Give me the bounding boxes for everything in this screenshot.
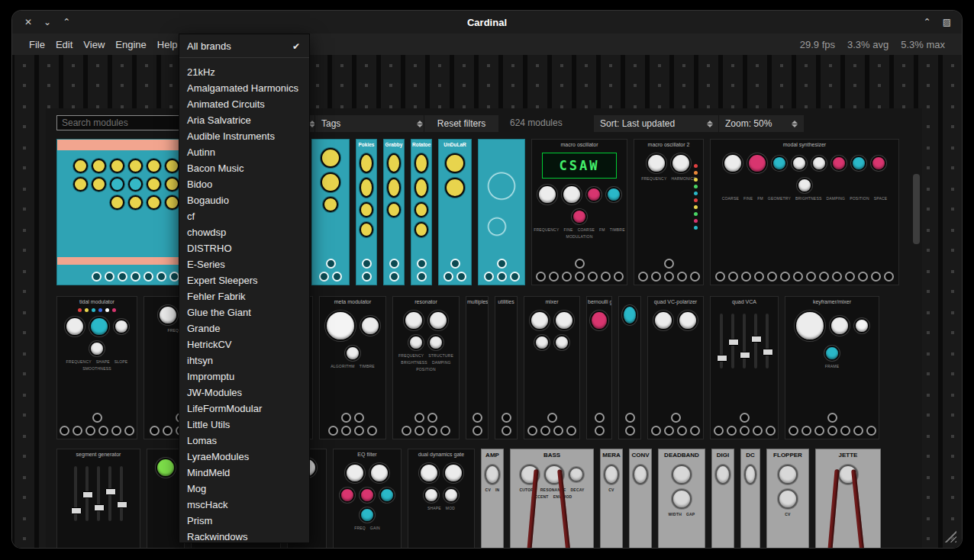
expand-icon[interactable]: ⌃: [924, 18, 931, 27]
module-mixer[interactable]: mixer: [524, 296, 580, 439]
module-title: DC: [741, 449, 760, 460]
brand-item-bidoo[interactable]: Bidoo: [179, 176, 309, 192]
brand-item-glue-the-giant[interactable]: Glue the Giant: [179, 304, 309, 320]
brand-item-mog[interactable]: Mog: [179, 481, 309, 497]
slider-thumb-icon: [105, 488, 116, 495]
module-jette[interactable]: JETTE: [815, 449, 881, 548]
brand-item-ihtsyn[interactable]: ihtsyn: [179, 352, 309, 369]
brand-item-fehler-fabrik[interactable]: Fehler Fabrik: [179, 288, 309, 304]
search-input[interactable]: [56, 115, 180, 130]
tags-filter-select[interactable]: Tags: [314, 114, 430, 133]
module-quad-vca[interactable]: quad VCA: [710, 296, 779, 439]
module-digi[interactable]: DIGI: [711, 449, 734, 548]
brand-item-aria-salvatrice[interactable]: Aria Salvatrice: [179, 112, 309, 128]
jack-port-icon: [714, 426, 724, 436]
module-title: UnDuLaR: [439, 140, 471, 149]
chevron-up-icon[interactable]: ⌃: [63, 18, 70, 27]
brand-item-mschack[interactable]: mscHack: [179, 497, 309, 513]
module-resonator[interactable]: resonatorFREQUENCYSTRUCTUREBRIGHTNESSDAM…: [392, 296, 460, 439]
module-macro-oscillator-2[interactable]: macro oscillator 2FREQUENCYHARMONICS: [634, 139, 704, 285]
knob-icon: [73, 159, 88, 173]
module-rotatoes[interactable]: Rotatoes: [411, 139, 432, 285]
module-conv[interactable]: CONV: [629, 449, 652, 548]
module-grabby[interactable]: Grabby: [383, 139, 405, 285]
module-pokies[interactable]: Pokies: [356, 139, 377, 285]
module-unnamed[interactable]: [478, 139, 525, 285]
close-icon[interactable]: ✕: [24, 18, 32, 27]
module-dc[interactable]: DC: [740, 449, 760, 548]
module-utilities[interactable]: utilities: [495, 296, 518, 439]
brand-item-grande[interactable]: Grande: [179, 320, 309, 336]
jack-port-icon: [362, 272, 372, 282]
brand-item-lyraemodules[interactable]: LyraeModules: [179, 449, 309, 465]
knob-icon: [165, 177, 179, 191]
brand-item-amalgamated-harmonics[interactable]: Amalgamated Harmonics: [179, 80, 309, 96]
module-flopper[interactable]: FLOPPERCV: [766, 449, 809, 548]
brand-item-expert-sleepers[interactable]: Expert Sleepers: [179, 272, 309, 288]
vertical-scrollbar-thumb[interactable]: [913, 174, 920, 244]
brand-item-21khz[interactable]: 21kHz: [179, 64, 309, 80]
slider-icon: [97, 466, 100, 521]
menu-item-edit[interactable]: Edit: [56, 39, 73, 50]
menu-item-file[interactable]: File: [29, 39, 45, 50]
module-title: dual dynamics gate: [408, 449, 474, 459]
app-logo-icon[interactable]: ▨: [943, 18, 951, 27]
jack-port-icon: [450, 259, 460, 269]
brand-item-impromptu[interactable]: Impromptu: [179, 369, 309, 385]
module-quad-vc-polarizer[interactable]: quad VC-polarizer: [647, 296, 704, 439]
brand-item-cf[interactable]: cf: [179, 208, 309, 224]
module-mera[interactable]: MERACV: [600, 449, 623, 548]
module-undular[interactable]: UnDuLaR: [438, 139, 472, 285]
knob-label: WIDTH: [669, 512, 682, 517]
sort-select[interactable]: Sort: Last updated: [593, 114, 720, 133]
module-keyframer-mixer[interactable]: keyframer/mixerFRAME: [785, 296, 879, 439]
brand-item-mindmeld[interactable]: MindMeld: [179, 465, 309, 481]
knob-icon: [622, 305, 637, 325]
brand-item-e-series[interactable]: E-Series: [179, 256, 309, 272]
brand-item-bacon-music[interactable]: Bacon Music: [179, 160, 309, 176]
menu-item-view[interactable]: View: [83, 39, 105, 50]
brand-item-lomas[interactable]: Lomas: [179, 433, 309, 449]
brand-item-autinn[interactable]: Autinn: [179, 144, 309, 160]
knob-icon: [672, 465, 692, 484]
jack-port-icon: [575, 272, 585, 282]
brand-item-lifeformmodular[interactable]: LifeFormModular: [179, 401, 309, 417]
module-meta-modulator[interactable]: meta modulatorALGORITHMTIMBRE: [319, 296, 386, 439]
module-dual-dynamics-gate[interactable]: dual dynamics gateSHAPEMOD: [408, 449, 475, 548]
knob-icon: [379, 488, 395, 503]
jack-port-icon: [819, 272, 829, 282]
module-deadband[interactable]: DEADBANDWIDTHGAP: [658, 449, 705, 548]
knob-labels: CUTOFFRESONANCEDECAYACCENTENV MOD: [511, 486, 593, 500]
module-amp[interactable]: AMPCVIN: [481, 449, 504, 548]
brand-item-prism[interactable]: Prism: [179, 513, 309, 529]
brand-item-hetrickcv[interactable]: HetrickCV: [179, 336, 309, 352]
module-tidal-modulator[interactable]: tidal modulatorFREQUENCYSHAPESLOPESMOOTH…: [56, 296, 137, 439]
menu-item-help[interactable]: Help: [157, 39, 178, 50]
jack-port-icon: [354, 413, 364, 423]
brand-item-bogaudio[interactable]: Bogaudio: [179, 192, 309, 208]
brand-item-chowdsp[interactable]: chowdsp: [179, 224, 309, 240]
brand-dropdown-selected[interactable]: All brands ✔: [179, 34, 309, 57]
brand-item-rackwindows[interactable]: Rackwindows: [179, 529, 309, 543]
brand-item-distrho[interactable]: DISTRHO: [179, 240, 309, 256]
brand-item-jw-modules[interactable]: JW-Modules: [179, 385, 309, 401]
chevron-down-icon[interactable]: ⌄: [44, 18, 51, 27]
menu-item-engine[interactable]: Engine: [115, 39, 146, 50]
module-bernoulli-gate[interactable]: bernoulli gate: [586, 296, 612, 439]
module-modal-synthesizer[interactable]: modal synthesizerCOARSEFINEFMGEOMETRYBRI…: [710, 139, 899, 285]
module-macro-oscillator[interactable]: macro oscillatorCSAWFREQUENCYFINECOARSEF…: [531, 139, 627, 285]
brand-item-little-utils[interactable]: Little Utils: [179, 417, 309, 433]
module-segment-generator[interactable]: segment generator: [56, 449, 140, 548]
reset-filters-button[interactable]: Reset filters: [424, 114, 499, 133]
knob-icon: [562, 185, 582, 204]
knob-label: COARSE: [578, 227, 595, 232]
module-unnamed[interactable]: [311, 139, 350, 285]
module-multiples[interactable]: multiples: [466, 296, 489, 439]
module-bass[interactable]: BASSCUTOFFRESONANCEDECAYACCENTENV MOD: [510, 449, 594, 548]
brand-item-animated-circuits[interactable]: Animated Circuits: [179, 96, 309, 112]
jack-port-icon: [85, 426, 95, 436]
zoom-select[interactable]: Zoom: 50%: [718, 114, 805, 133]
module-eq-filter[interactable]: EQ filterFREQGAIN: [333, 449, 402, 548]
module-unnamed[interactable]: [618, 296, 641, 439]
brand-item-audible-instruments[interactable]: Audible Instruments: [179, 128, 309, 144]
